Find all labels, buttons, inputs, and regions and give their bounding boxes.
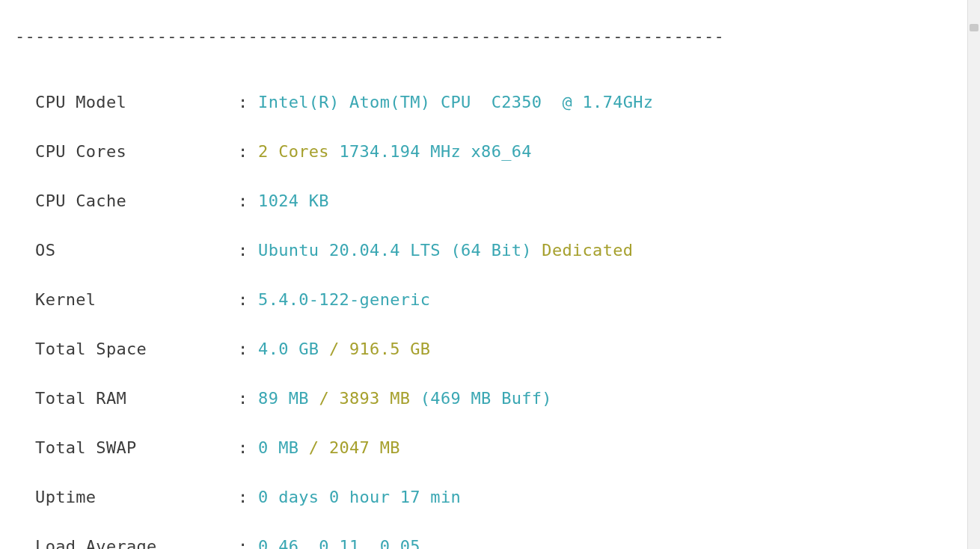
load-average-line: Load Average : 0.46, 0.11, 0.05 <box>15 509 965 549</box>
total-ram-value-c: (469 MB Buff) <box>420 389 552 408</box>
scrollbar-thumb[interactable] <box>970 24 979 31</box>
sep: : <box>227 290 258 309</box>
cpu-cores-line: CPU Cores : 2 Cores 1734.194 MHz x86_64 <box>15 114 965 164</box>
sep: : <box>227 389 258 408</box>
total-swap-line: Total SWAP : 0 MB / 2047 MB <box>15 411 965 460</box>
total-space-value-b: / 916.5 GB <box>329 340 430 358</box>
cpu-cache-value: 1024 KB <box>258 191 329 210</box>
kernel-line: Kernel : 5.4.0-122-generic <box>15 263 965 312</box>
total-ram-value-b: / 3893 MB <box>319 389 420 408</box>
cpu-model-label: CPU Model <box>35 93 227 111</box>
scrollbar[interactable] <box>967 0 980 549</box>
total-space-label: Total Space <box>35 340 227 358</box>
load-average-label: Load Average <box>35 537 227 549</box>
cpu-model-value: Intel(R) Atom(TM) CPU C2350 @ 1.74GHz <box>258 93 653 111</box>
sep: : <box>227 488 258 506</box>
sep: : <box>227 537 258 549</box>
sep: : <box>227 438 258 457</box>
total-ram-label: Total RAM <box>35 389 227 408</box>
total-space-value-a: 4.0 GB <box>258 340 329 358</box>
total-swap-label: Total SWAP <box>35 438 227 457</box>
total-swap-value-b: / 2047 MB <box>309 438 400 457</box>
uptime-value: 0 days 0 hour 17 min <box>258 488 461 506</box>
cpu-model-line: CPU Model : Intel(R) Atom(TM) CPU C2350 … <box>15 65 965 114</box>
kernel-label: Kernel <box>35 290 227 309</box>
sep: : <box>227 340 258 358</box>
cpu-cache-label: CPU Cache <box>35 191 227 210</box>
os-label: OS <box>35 241 227 260</box>
os-value-b: Dedicated <box>542 241 633 260</box>
cpu-cache-line: CPU Cache : 1024 KB <box>15 164 965 213</box>
total-swap-value-a: 0 MB <box>258 438 309 457</box>
sep: : <box>227 241 258 260</box>
os-value-a: Ubuntu 20.04.4 LTS (64 Bit) <box>258 241 542 260</box>
sep: : <box>227 191 258 210</box>
uptime-label: Uptime <box>35 488 227 506</box>
total-space-line: Total Space : 4.0 GB / 916.5 GB <box>15 312 965 361</box>
kernel-value: 5.4.0-122-generic <box>258 290 430 309</box>
sep: : <box>227 93 258 111</box>
os-line: OS : Ubuntu 20.04.4 LTS (64 Bit) Dedicat… <box>15 213 965 263</box>
divider-top: ----------------------------------------… <box>15 24 965 49</box>
total-ram-line: Total RAM : 89 MB / 3893 MB (469 MB Buff… <box>15 361 965 411</box>
cpu-cores-label: CPU Cores <box>35 142 227 161</box>
sep: : <box>227 142 258 161</box>
uptime-line: Uptime : 0 days 0 hour 17 min <box>15 460 965 509</box>
cpu-cores-value-a: 2 Cores <box>258 142 339 161</box>
load-average-value: 0.46, 0.11, 0.05 <box>258 537 420 549</box>
cpu-cores-value-b: 1734.194 MHz x86_64 <box>339 142 531 161</box>
total-ram-value-a: 89 MB <box>258 389 319 408</box>
